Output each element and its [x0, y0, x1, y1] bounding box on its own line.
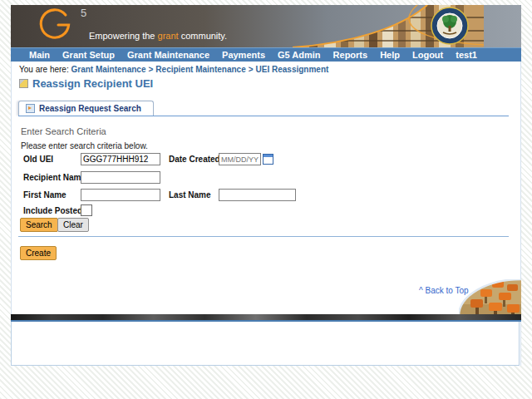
breadcrumb-link-recipient-maintenance[interactable]: Recipient Maintenance [155, 65, 245, 74]
nav-item-payments[interactable]: Payments [222, 50, 265, 60]
nav-item-grant-setup[interactable]: Grant Setup [62, 50, 115, 60]
old-uei-input[interactable] [81, 153, 160, 165]
g5-logo-icon [37, 7, 77, 42]
search-instructions: Please enter search criteria below. [21, 141, 148, 150]
banner-tagline: Empowering the grant community. [89, 31, 227, 41]
nav-item-main[interactable]: Main [29, 50, 50, 60]
footer-box [11, 322, 520, 366]
tab-label: Reassign Request Search [39, 104, 141, 113]
tab-reassign-request-search[interactable]: Reassign Request Search [18, 101, 154, 116]
last-name-label: Last Name [169, 190, 211, 200]
main-nav: Main Grant Setup Grant Maintenance Payme… [11, 47, 521, 62]
tab-arrow-icon [26, 104, 35, 113]
nav-item-grant-maintenance[interactable]: Grant Maintenance [127, 50, 209, 60]
page-title-text: Reassign Recipient UEI [32, 77, 153, 90]
breadcrumb-separator: > [149, 65, 154, 74]
include-posted-label: Include Posted [23, 206, 82, 215]
nav-item-logout[interactable]: Logout [412, 50, 443, 60]
breadcrumb-link-uei-reassignment[interactable]: UEI Reassignment [256, 65, 329, 74]
breadcrumb-separator: > [249, 65, 254, 74]
g5-page: 5 Empowering the grant community. [0, 0, 532, 399]
include-posted-checkbox[interactable] [81, 204, 92, 216]
breadcrumb: You are here: Grant Maintenance>Recipien… [19, 65, 328, 74]
first-name-label: First Name [23, 190, 66, 200]
nav-username: test1 [456, 50, 477, 60]
nav-item-g5-admin[interactable]: G5 Admin [278, 50, 321, 60]
section-divider [18, 236, 509, 237]
search-section-heading: Enter Search Criteria [21, 126, 106, 136]
date-created-input[interactable] [219, 153, 261, 165]
breadcrumb-prefix: You are here: [19, 65, 69, 74]
first-name-input[interactable] [81, 189, 160, 201]
recipient-name-label: Recipient Name [23, 173, 86, 182]
blue-strip [11, 320, 521, 322]
last-name-input[interactable] [219, 189, 296, 201]
calendar-icon[interactable] [263, 154, 273, 165]
old-uei-label: Old UEI [23, 155, 53, 164]
clear-button[interactable]: Clear [57, 218, 89, 232]
breadcrumb-link-grant-maintenance[interactable]: Grant Maintenance [71, 65, 145, 74]
tab-underline [18, 116, 509, 116]
create-button[interactable]: Create [20, 246, 57, 260]
recipient-name-input[interactable] [81, 171, 160, 184]
page-title: Reassign Recipient UEI [19, 77, 153, 90]
metallic-bar [11, 314, 521, 320]
banner: 5 Empowering the grant community. [11, 5, 521, 47]
classroom-chairs-image [459, 279, 521, 316]
g5-logo-five: 5 [81, 7, 86, 19]
search-button[interactable]: Search [20, 218, 58, 232]
education-seal-icon [431, 7, 469, 45]
nav-item-reports[interactable]: Reports [333, 50, 368, 60]
page-title-icon [19, 79, 28, 88]
date-created-label: Date Created [169, 155, 220, 164]
nav-item-help[interactable]: Help [380, 50, 400, 60]
